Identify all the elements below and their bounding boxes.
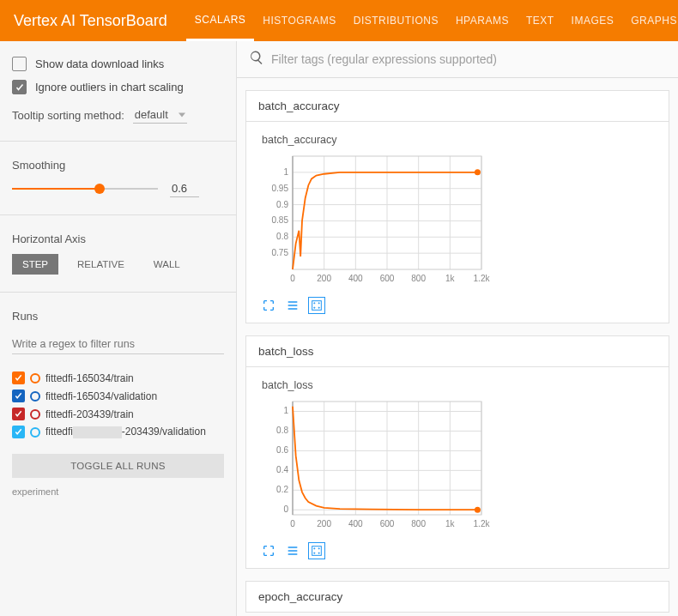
svg-rect-29 bbox=[312, 301, 322, 311]
toggle-all-runs-button[interactable]: TOGGLE ALL RUNS bbox=[12, 454, 224, 478]
chart-card: batch_accuracy02004006008001k1.2k0.750.8… bbox=[246, 122, 669, 323]
svg-text:1: 1 bbox=[283, 167, 288, 177]
run-label: fittedfi -165034/train bbox=[45, 372, 224, 384]
svg-text:1k: 1k bbox=[445, 274, 456, 283]
haxis-label: Horizontal Axis bbox=[12, 233, 224, 245]
svg-point-30 bbox=[314, 303, 315, 304]
checkbox-icon bbox=[12, 57, 27, 71]
run-item[interactable]: fittedfi -165034/validation bbox=[12, 390, 224, 402]
svg-text:800: 800 bbox=[411, 274, 426, 283]
svg-point-32 bbox=[314, 307, 315, 308]
tab-graphs[interactable]: GRAPHS bbox=[622, 0, 678, 41]
run-item[interactable]: fittedfi -203439/train bbox=[12, 408, 224, 420]
list-icon[interactable] bbox=[284, 542, 301, 559]
fullscreen-icon[interactable] bbox=[260, 542, 277, 559]
svg-point-33 bbox=[318, 307, 319, 308]
app-title: Vertex AI TensorBoard bbox=[14, 12, 167, 30]
svg-text:400: 400 bbox=[348, 274, 363, 283]
svg-text:0: 0 bbox=[283, 504, 288, 514]
smoothing-label: Smoothing bbox=[12, 159, 224, 172]
run-item[interactable]: fittedfi -165034/train bbox=[12, 371, 224, 384]
tooltip-sorting-select[interactable]: default bbox=[133, 106, 187, 124]
svg-text:800: 800 bbox=[411, 519, 426, 528]
run-item[interactable]: fittedfi,20201020-203439/validation bbox=[12, 426, 224, 438]
tooltip-sorting-label: Tooltip sorting method: bbox=[12, 109, 124, 122]
run-color-dot bbox=[30, 409, 40, 420]
show-download-links-checkbox[interactable]: Show data download links bbox=[12, 57, 224, 71]
main-content: batch_accuracybatch_accuracy020040060080… bbox=[237, 41, 678, 616]
fit-domain-icon[interactable] bbox=[308, 542, 325, 559]
svg-text:0.2: 0.2 bbox=[276, 485, 288, 494]
run-checkbox-icon bbox=[12, 390, 25, 402]
tab-scalars[interactable]: SCALARS bbox=[186, 0, 255, 41]
svg-point-67 bbox=[318, 553, 319, 553]
panel-group-batch_loss: batch_lossbatch_loss02004006008001k1.2k0… bbox=[245, 335, 669, 569]
svg-text:1.2k: 1.2k bbox=[474, 519, 490, 528]
tab-distributions[interactable]: DISTRIBUTIONS bbox=[345, 0, 447, 41]
svg-point-65 bbox=[318, 548, 319, 549]
sidebar: Show data download links Ignore outliers… bbox=[0, 41, 237, 616]
svg-text:1.2k: 1.2k bbox=[474, 274, 490, 283]
haxis-relative-button[interactable]: RELATIVE bbox=[67, 254, 135, 275]
runs-list: fittedfi -165034/trainfittedfi -165034/v… bbox=[12, 371, 224, 438]
svg-point-64 bbox=[314, 548, 315, 549]
svg-text:1: 1 bbox=[283, 406, 288, 415]
svg-text:600: 600 bbox=[380, 519, 395, 528]
svg-text:0.9: 0.9 bbox=[276, 200, 288, 209]
svg-text:400: 400 bbox=[348, 519, 363, 528]
run-label: fittedfi,20201020-203439/validation bbox=[45, 426, 224, 438]
fullscreen-icon[interactable] bbox=[260, 297, 277, 314]
chart-svg: 02004006008001k1.2k00.20.40.60.81 bbox=[258, 396, 490, 534]
tab-histograms[interactable]: HISTOGRAMS bbox=[254, 0, 344, 41]
chart-card: batch_loss02004006008001k1.2k00.20.40.60… bbox=[246, 367, 669, 568]
tab-hparams[interactable]: HPARAMS bbox=[447, 0, 518, 41]
svg-text:0.6: 0.6 bbox=[276, 445, 288, 455]
checkbox-icon bbox=[12, 80, 27, 94]
svg-text:600: 600 bbox=[380, 274, 395, 283]
ignore-outliers-checkbox[interactable]: Ignore outliers in chart scaling bbox=[12, 80, 224, 94]
chart-svg: 02004006008001k1.2k0.750.80.850.90.951 bbox=[258, 151, 490, 288]
svg-text:0: 0 bbox=[290, 274, 295, 283]
run-checkbox-icon bbox=[12, 371, 25, 384]
svg-point-62 bbox=[475, 507, 481, 513]
panel-group-epoch_accuracy[interactable]: epoch_accuracy bbox=[245, 581, 669, 613]
checkbox-label: Ignore outliers in chart scaling bbox=[35, 81, 184, 94]
chart-plot[interactable]: 02004006008001k1.2k0.750.80.850.90.951 bbox=[258, 151, 657, 292]
svg-text:0.8: 0.8 bbox=[276, 232, 288, 241]
svg-text:200: 200 bbox=[317, 519, 331, 528]
tab-text[interactable]: TEXT bbox=[518, 0, 563, 41]
svg-text:200: 200 bbox=[317, 274, 331, 283]
app-header: Vertex AI TensorBoard SCALARSHISTOGRAMSD… bbox=[0, 0, 678, 41]
run-color-dot bbox=[30, 391, 40, 402]
svg-point-66 bbox=[314, 553, 315, 553]
run-label: fittedfi -203439/train bbox=[45, 408, 224, 420]
svg-text:0.75: 0.75 bbox=[272, 248, 289, 257]
list-icon[interactable] bbox=[284, 297, 301, 314]
haxis-step-button[interactable]: STEP bbox=[12, 254, 58, 275]
run-color-dot bbox=[30, 373, 40, 383]
svg-text:1k: 1k bbox=[445, 519, 456, 528]
group-header[interactable]: batch_loss bbox=[246, 336, 669, 367]
panel-group-batch_accuracy: batch_accuracybatch_accuracy020040060080… bbox=[245, 90, 669, 323]
svg-text:0: 0 bbox=[290, 519, 295, 528]
smoothing-slider[interactable] bbox=[12, 188, 158, 190]
haxis-wall-button[interactable]: WALL bbox=[143, 254, 191, 275]
experiment-label: experiment bbox=[12, 486, 224, 497]
runs-label: Runs bbox=[12, 310, 224, 323]
tag-filter-input[interactable] bbox=[271, 52, 666, 66]
runs-filter-input[interactable] bbox=[12, 335, 224, 354]
run-label: fittedfi -165034/validation bbox=[45, 390, 224, 402]
svg-text:0.85: 0.85 bbox=[272, 215, 289, 225]
run-checkbox-icon bbox=[12, 408, 25, 420]
header-tabs: SCALARSHISTOGRAMSDISTRIBUTIONSHPARAMSTEX… bbox=[186, 0, 678, 41]
smoothing-input[interactable]: 0.6 bbox=[170, 180, 199, 197]
group-header[interactable]: batch_accuracy bbox=[246, 91, 669, 122]
fit-domain-icon[interactable] bbox=[308, 297, 325, 314]
chart-title: batch_accuracy bbox=[262, 134, 657, 146]
svg-point-28 bbox=[475, 169, 481, 175]
checkbox-label: Show data download links bbox=[35, 57, 164, 70]
search-icon bbox=[249, 50, 264, 69]
tab-images[interactable]: IMAGES bbox=[563, 0, 623, 41]
svg-point-31 bbox=[318, 303, 319, 304]
chart-plot[interactable]: 02004006008001k1.2k00.20.40.60.81 bbox=[258, 396, 657, 537]
